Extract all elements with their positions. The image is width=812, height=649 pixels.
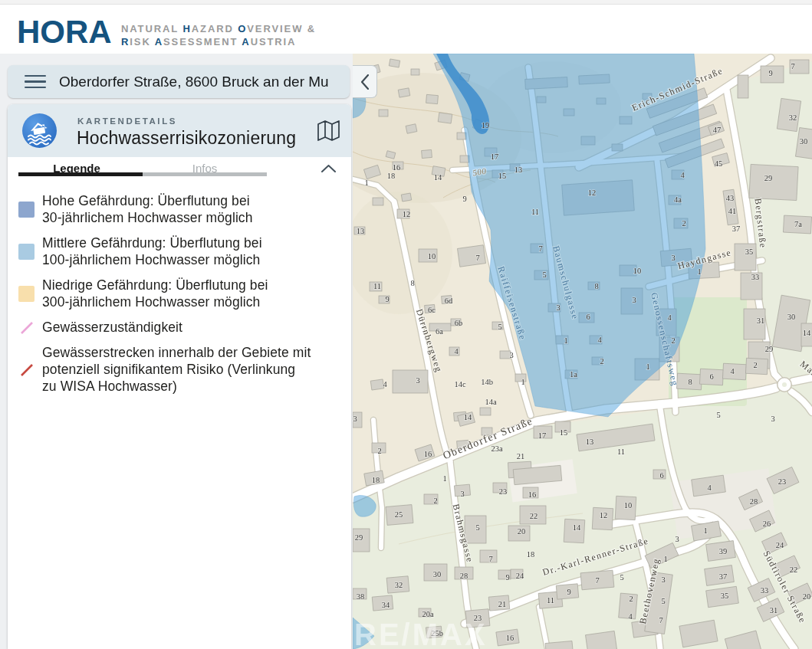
svg-text:29: 29	[765, 345, 774, 353]
svg-text:28: 28	[750, 497, 758, 506]
svg-text:20: 20	[803, 592, 811, 601]
basemap-icon[interactable]	[317, 120, 340, 141]
svg-text:1: 1	[697, 267, 701, 276]
svg-text:3: 3	[509, 351, 513, 359]
svg-text:2: 2	[671, 336, 675, 345]
active-tab-underline	[18, 172, 143, 176]
svg-text:7: 7	[488, 555, 492, 563]
svg-text:14: 14	[464, 413, 472, 421]
panel-header: KARTENDETAILS Hochwasserrisikozonierung	[8, 104, 351, 157]
svg-text:9: 9	[462, 195, 466, 203]
svg-text:7: 7	[475, 254, 479, 262]
svg-text:5: 5	[620, 573, 623, 582]
svg-text:7: 7	[595, 576, 599, 585]
svg-text:21: 21	[517, 452, 525, 461]
svg-text:14: 14	[803, 329, 811, 337]
legend-label: Mittlere Gefährdung: Überflutung bei100-…	[42, 234, 262, 268]
svg-text:6a: 6a	[436, 327, 443, 336]
basemap[interactable]: Erich-Schmid-StraßeBergstraßeRaiffeisens…	[353, 54, 812, 649]
svg-text:5: 5	[542, 270, 546, 279]
svg-text:20: 20	[518, 527, 526, 536]
map-canvas[interactable]: Erich-Schmid-StraßeBergstraßeRaiffeisens…	[353, 54, 812, 649]
menu-icon[interactable]	[25, 75, 46, 88]
svg-text:3: 3	[632, 296, 636, 304]
svg-text:10: 10	[624, 501, 633, 510]
svg-text:6: 6	[659, 471, 663, 480]
svg-text:3: 3	[460, 490, 464, 498]
legend-line-icon	[18, 320, 35, 336]
svg-text:22: 22	[530, 512, 538, 520]
legend-item: Mittlere Gefährdung: Überflutung bei100-…	[18, 234, 342, 268]
svg-text:13: 13	[586, 438, 594, 446]
svg-text:13: 13	[514, 166, 523, 174]
svg-text:11: 11	[617, 447, 625, 456]
svg-text:3: 3	[661, 575, 665, 584]
svg-text:1: 1	[564, 336, 567, 345]
tagline-line-1: NATURAL HAZARD OVERVIEW &	[121, 22, 316, 35]
svg-text:31: 31	[770, 606, 778, 615]
legend-label: Hohe Gefährdung: Überflutung bei30-jährl…	[42, 192, 253, 226]
svg-text:43: 43	[726, 194, 735, 202]
svg-text:16: 16	[393, 163, 401, 172]
svg-text:30: 30	[800, 137, 808, 146]
svg-text:7: 7	[791, 62, 794, 70]
svg-text:14a: 14a	[485, 398, 497, 406]
collapse-panel-button[interactable]	[353, 65, 377, 98]
app-header: HORA NATURAL HAZARD OVERVIEW & RISK ASSE…	[0, 5, 812, 54]
svg-text:9: 9	[567, 588, 570, 596]
legend-swatch	[18, 286, 35, 302]
svg-text:14: 14	[573, 523, 581, 532]
svg-text:1: 1	[646, 362, 649, 371]
roundabout	[777, 377, 792, 392]
svg-text:5: 5	[475, 523, 479, 532]
svg-text:5: 5	[661, 597, 665, 605]
svg-text:23: 23	[778, 477, 787, 486]
hora-logo[interactable]: HORA	[17, 14, 112, 51]
legend-list: Hohe Gefährdung: Überflutung bei30-jährl…	[8, 182, 351, 395]
svg-text:31: 31	[757, 316, 765, 325]
svg-text:3: 3	[416, 376, 419, 385]
svg-text:4: 4	[680, 171, 685, 179]
svg-text:37: 37	[732, 225, 741, 233]
svg-text:4: 4	[628, 612, 633, 621]
svg-text:47: 47	[713, 126, 722, 134]
svg-text:16: 16	[424, 450, 432, 458]
svg-text:29: 29	[764, 174, 773, 182]
svg-text:6c: 6c	[428, 306, 436, 314]
svg-text:3: 3	[556, 303, 560, 312]
svg-text:25: 25	[395, 510, 403, 519]
svg-text:18: 18	[387, 172, 396, 180]
svg-text:35: 35	[721, 592, 729, 600]
svg-text:37: 37	[719, 572, 728, 581]
svg-text:30: 30	[787, 313, 796, 321]
legend-swatch	[18, 202, 35, 218]
svg-text:8: 8	[594, 282, 598, 290]
chevron-up-icon[interactable]	[321, 165, 336, 172]
panel-title: Hochwasserrisikozonierung	[77, 128, 296, 149]
svg-text:11: 11	[531, 208, 539, 216]
svg-text:14b: 14b	[481, 378, 493, 386]
svg-text:33: 33	[751, 273, 760, 281]
svg-text:7a: 7a	[794, 220, 802, 228]
svg-text:4: 4	[707, 483, 712, 492]
flood-hazard-icon	[21, 113, 58, 149]
svg-text:6: 6	[709, 372, 713, 381]
search-bar[interactable]: Oberdorfer Straße, 8600 Bruck an der Mu	[8, 65, 350, 98]
svg-text:30: 30	[433, 570, 442, 579]
svg-text:4: 4	[454, 347, 459, 356]
svg-text:5: 5	[498, 323, 501, 331]
svg-text:5: 5	[716, 411, 720, 419]
svg-text:24: 24	[516, 572, 524, 580]
inactive-tab-underline	[143, 172, 267, 176]
search-input[interactable]: Oberdorfer Straße, 8600 Bruck an der Mu	[59, 74, 335, 90]
svg-text:32: 32	[789, 113, 797, 122]
legend-swatch	[18, 244, 35, 260]
svg-text:23a: 23a	[491, 444, 503, 453]
svg-text:10: 10	[633, 267, 642, 275]
legend-label: Gewässerzuständigkeit	[42, 319, 182, 336]
legend-item: Niedrige Gefährdung: Überflutung bei300-…	[18, 277, 342, 310]
svg-text:1: 1	[663, 555, 667, 563]
svg-text:24: 24	[776, 541, 784, 549]
legend-label: Gewässerstrecken innerhalb der Gebiete m…	[42, 344, 311, 395]
svg-text:23: 23	[499, 487, 508, 496]
